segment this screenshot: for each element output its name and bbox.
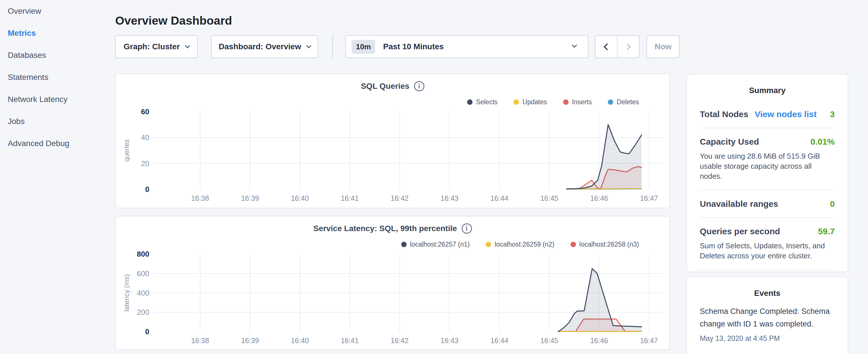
sidebar-item-databases[interactable]: Databases bbox=[8, 44, 108, 66]
summary-row: Total NodesView nodes list3 bbox=[700, 101, 835, 128]
time-step-forward-button[interactable] bbox=[618, 36, 639, 58]
time-range-badge: 10m bbox=[351, 40, 375, 54]
svg-text:16:40: 16:40 bbox=[291, 336, 309, 345]
svg-text:16:47: 16:47 bbox=[640, 194, 658, 202]
summary-row-label: Capacity Used bbox=[700, 137, 759, 147]
svg-text:16:42: 16:42 bbox=[391, 194, 409, 202]
svg-text:20: 20 bbox=[141, 159, 149, 168]
event-list-item: Schema Change Completed: Schema change w… bbox=[700, 305, 835, 343]
time-range-selector[interactable]: 10m Past 10 Minutes bbox=[345, 35, 588, 58]
svg-text:16:44: 16:44 bbox=[490, 336, 508, 345]
chevron-down-icon bbox=[306, 43, 311, 48]
dashboard-dropdown[interactable]: Dashboard: Overview bbox=[211, 35, 318, 58]
summary-row-value: 0.01% bbox=[810, 137, 835, 147]
sidebar: OverviewMetricsDatabasesStatementsNetwor… bbox=[8, 0, 108, 154]
summary-row: Capacity Used0.01%You are using 28.6 MiB… bbox=[700, 128, 835, 190]
events-panel: Events Schema Change Completed: Schema c… bbox=[686, 277, 848, 354]
summary-panel: Summary Total NodesView nodes list3Capac… bbox=[686, 74, 848, 272]
sidebar-item-jobs[interactable]: Jobs bbox=[8, 110, 108, 132]
svg-text:16:38: 16:38 bbox=[191, 336, 209, 345]
svg-text:60: 60 bbox=[141, 107, 149, 116]
chevron-left-icon bbox=[603, 43, 610, 50]
sidebar-item-metrics[interactable]: Metrics bbox=[8, 22, 108, 44]
summary-row: Unavailable ranges0 bbox=[700, 190, 835, 218]
summary-row-label: Queries per second bbox=[700, 227, 780, 236]
svg-text:latency (ms): latency (ms) bbox=[123, 274, 130, 312]
svg-text:16:41: 16:41 bbox=[341, 194, 359, 202]
svg-text:16:44: 16:44 bbox=[490, 194, 508, 202]
view-nodes-list-link[interactable]: View nodes list bbox=[754, 109, 816, 119]
sidebar-item-statements[interactable]: Statements bbox=[8, 66, 108, 88]
sidebar-item-advanced-debug[interactable]: Advanced Debug bbox=[8, 132, 108, 154]
svg-text:40: 40 bbox=[141, 133, 149, 142]
svg-text:queries: queries bbox=[123, 139, 130, 162]
svg-text:0: 0 bbox=[145, 327, 149, 336]
summary-row-value: 0 bbox=[830, 199, 835, 209]
toolbar-divider bbox=[333, 35, 333, 58]
chevron-down-icon bbox=[572, 42, 577, 47]
svg-text:16:39: 16:39 bbox=[241, 336, 259, 345]
events-title: Events bbox=[687, 277, 848, 298]
svg-text:16:42: 16:42 bbox=[391, 336, 409, 345]
service-latency-chart-card: Service Latency: SQL, 99th percentile i … bbox=[115, 216, 670, 350]
svg-text:16:47: 16:47 bbox=[640, 336, 658, 345]
sql-queries-chart-card: SQL Queries i SelectsUpdatesInsertsDelet… bbox=[115, 74, 670, 208]
graph-dropdown-label: Graph: Cluster bbox=[124, 42, 180, 51]
summary-row-label: Total Nodes bbox=[700, 109, 748, 119]
svg-text:16:45: 16:45 bbox=[540, 336, 558, 345]
sidebar-item-network-latency[interactable]: Network Latency bbox=[8, 88, 108, 110]
time-step-back-button[interactable] bbox=[595, 36, 618, 58]
dashboard-dropdown-label: Dashboard: Overview bbox=[219, 42, 301, 51]
svg-text:16:40: 16:40 bbox=[291, 194, 309, 202]
graph-dropdown[interactable]: Graph: Cluster bbox=[115, 35, 198, 58]
summary-row-value: 3 bbox=[830, 109, 835, 119]
svg-text:400: 400 bbox=[137, 289, 149, 297]
summary-row-subtext: Sum of Selects, Updates, Inserts, and De… bbox=[700, 241, 835, 261]
summary-row-subtext: You are using 28.6 MiB of 515.9 GiB usab… bbox=[700, 151, 835, 181]
svg-text:16:45: 16:45 bbox=[540, 194, 558, 202]
summary-row-value: 59.7 bbox=[818, 227, 835, 236]
sql-queries-chart-plot[interactable]: 16:3816:3916:4016:4116:4216:4316:4416:45… bbox=[116, 74, 671, 209]
svg-text:800: 800 bbox=[137, 250, 149, 258]
now-button[interactable]: Now bbox=[647, 35, 680, 58]
svg-text:16:38: 16:38 bbox=[191, 194, 209, 202]
svg-text:16:43: 16:43 bbox=[440, 194, 459, 202]
summary-row-label: Unavailable ranges bbox=[700, 199, 778, 209]
sidebar-item-overview[interactable]: Overview bbox=[8, 0, 108, 22]
time-range-label: Past 10 Minutes bbox=[383, 42, 444, 51]
svg-text:600: 600 bbox=[137, 269, 149, 278]
page-title: Overview Dashboard bbox=[115, 14, 232, 28]
event-timestamp: May 13, 2020 at 4:45 PM bbox=[700, 334, 835, 343]
svg-text:16:39: 16:39 bbox=[241, 194, 259, 202]
chevron-right-icon bbox=[624, 43, 631, 50]
svg-text:16:41: 16:41 bbox=[341, 336, 359, 345]
service-latency-chart-plot[interactable]: 16:3816:3916:4016:4116:4216:4316:4416:45… bbox=[116, 217, 671, 351]
svg-text:0: 0 bbox=[145, 185, 149, 194]
svg-text:16:43: 16:43 bbox=[440, 336, 459, 345]
svg-text:200: 200 bbox=[137, 308, 149, 317]
event-message: Schema Change Completed: Schema change w… bbox=[700, 305, 835, 330]
time-step-buttons bbox=[595, 35, 640, 58]
summary-title: Summary bbox=[687, 74, 848, 95]
chevron-down-icon bbox=[185, 43, 190, 48]
svg-text:16:46: 16:46 bbox=[590, 336, 608, 345]
svg-text:16:46: 16:46 bbox=[590, 194, 608, 202]
summary-row: Queries per second59.7Sum of Selects, Up… bbox=[700, 218, 835, 270]
